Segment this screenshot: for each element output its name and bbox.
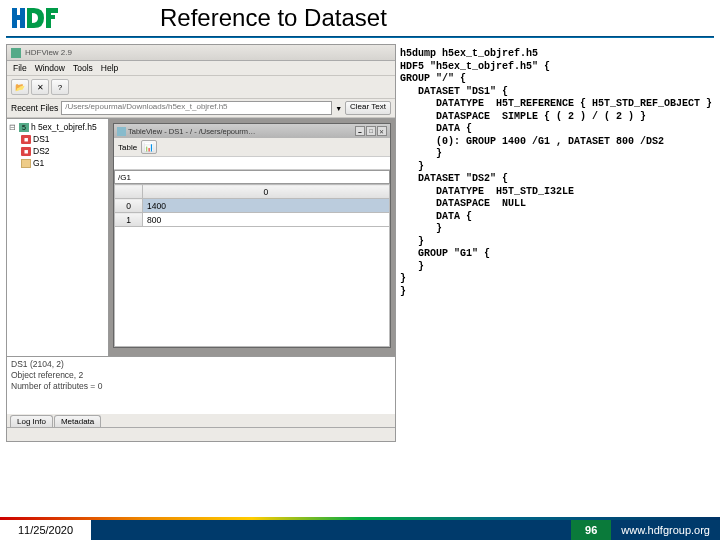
- folder-icon: 📂: [15, 83, 25, 92]
- dataset-icon: ■: [21, 147, 31, 156]
- table-row: 0 1400: [115, 199, 390, 213]
- tree-item-label: G1: [33, 158, 44, 168]
- data-table: 0 0 1400 1 800: [114, 184, 390, 227]
- tableview-toolbar: Table 📊: [114, 138, 390, 156]
- table-cell[interactable]: 800: [143, 213, 390, 227]
- svg-rect-5: [46, 8, 51, 28]
- table-cell[interactable]: 1400: [143, 199, 390, 213]
- help-button[interactable]: ?: [51, 79, 69, 95]
- close-button[interactable]: ✕: [31, 79, 49, 95]
- toolbar: 📂 ✕ ?: [7, 76, 395, 99]
- window-titlebar: HDFView 2.9: [7, 45, 395, 61]
- footer-spacer: [91, 520, 571, 540]
- file-icon: 5: [19, 123, 29, 132]
- maximize-button[interactable]: □: [366, 126, 376, 136]
- app-icon: [11, 48, 21, 58]
- h5dump-output: h5dump h5ex_t_objref.h5 HDF5 "h5ex_t_obj…: [398, 44, 714, 442]
- minimize-button[interactable]: ‒: [355, 126, 365, 136]
- info-line: Object reference, 2: [11, 370, 391, 381]
- footer-date: 11/25/2020: [0, 520, 91, 540]
- footer-page-number: 96: [571, 520, 611, 540]
- hdfview-body: ⊟ 5 h 5ex_t_objref.h5 ■ DS1 ■ DS2 G1: [7, 118, 395, 356]
- close-window-button[interactable]: ✕: [377, 126, 387, 136]
- table-menu[interactable]: Table: [118, 143, 137, 152]
- chart-button[interactable]: 📊: [141, 140, 157, 154]
- tab-metadata[interactable]: Metadata: [54, 415, 101, 427]
- info-line: Number of attributes = 0: [11, 381, 391, 392]
- tree-item-ds1[interactable]: ■ DS1: [9, 133, 106, 145]
- table-row: 1 800: [115, 213, 390, 227]
- window-title-text: HDFView 2.9: [25, 48, 72, 57]
- clear-text-button[interactable]: Clear Text: [345, 101, 391, 115]
- dropdown-icon[interactable]: ▼: [335, 105, 342, 112]
- open-button[interactable]: 📂: [11, 79, 29, 95]
- hdf-logo: [12, 4, 60, 32]
- tableview-titlebar: TableView - DS1 - / - /Users/epourm… ‒ □…: [114, 124, 390, 138]
- info-tabs: Log Info Metadata: [7, 414, 395, 427]
- tree-item-g1[interactable]: G1: [9, 157, 106, 169]
- info-panel: DS1 (2104, 2) Object reference, 2 Number…: [7, 356, 395, 414]
- row-header[interactable]: 1: [115, 213, 143, 227]
- recent-files-input[interactable]: /Users/epourmal/Downloads/h5ex_t_objref.…: [61, 101, 332, 115]
- tableview-window: TableView - DS1 - / - /Users/epourm… ‒ □…: [113, 123, 391, 348]
- recent-files-row: Recent Files /Users/epourmal/Downloads/h…: [7, 99, 395, 118]
- hdfview-window: HDFView 2.9 File Window Tools Help 📂 ✕ ?…: [6, 44, 396, 442]
- menu-window[interactable]: Window: [35, 63, 65, 73]
- slide-title: Reference to Dataset: [160, 4, 387, 32]
- table-empty-area: [114, 227, 390, 347]
- slide-content: HDFView 2.9 File Window Tools Help 📂 ✕ ?…: [0, 42, 720, 444]
- table-icon: [117, 127, 126, 136]
- hdf-logo-icon: [12, 4, 60, 32]
- dataset-icon: ■: [21, 135, 31, 144]
- slide-header: Reference to Dataset: [0, 0, 720, 36]
- close-icon: ✕: [37, 83, 44, 92]
- corner-cell: [115, 185, 143, 199]
- svg-rect-2: [12, 15, 25, 20]
- row-header[interactable]: 0: [115, 199, 143, 213]
- group-icon: [21, 159, 31, 168]
- tree-root[interactable]: ⊟ 5 h 5ex_t_objref.h5: [9, 121, 106, 133]
- help-icon: ?: [58, 83, 62, 92]
- menubar: File Window Tools Help: [7, 61, 395, 76]
- tree-panel: ⊟ 5 h 5ex_t_objref.h5 ■ DS1 ■ DS2 G1: [7, 119, 109, 356]
- recent-files-label: Recent Files: [11, 103, 58, 113]
- tree-item-label: DS1: [33, 134, 50, 144]
- menu-help[interactable]: Help: [101, 63, 118, 73]
- cell-value-display: /G1: [114, 170, 390, 184]
- menu-file[interactable]: File: [13, 63, 27, 73]
- info-line: DS1 (2104, 2): [11, 359, 391, 370]
- tree-item-ds2[interactable]: ■ DS2: [9, 145, 106, 157]
- footer-row: 11/25/2020 96 www.hdfgroup.org: [0, 520, 720, 540]
- column-header[interactable]: 0: [143, 185, 390, 199]
- slide-footer: 11/25/2020 96 www.hdfgroup.org: [0, 517, 720, 540]
- menu-tools[interactable]: Tools: [73, 63, 93, 73]
- collapse-icon[interactable]: ⊟: [9, 123, 17, 132]
- tree-root-label: h 5ex_t_objref.h5: [31, 122, 97, 132]
- tab-log-info[interactable]: Log Info: [10, 415, 53, 427]
- mdi-area: TableView - DS1 - / - /Users/epourm… ‒ □…: [109, 119, 395, 356]
- footer-url: www.hdfgroup.org: [611, 520, 720, 540]
- tableview-title-text: TableView - DS1 - / - /Users/epourm…: [128, 127, 255, 136]
- pagination-bar: [114, 156, 390, 170]
- status-bar: [7, 427, 395, 441]
- table-header-row: 0: [115, 185, 390, 199]
- chart-icon: 📊: [144, 143, 154, 152]
- header-divider: [6, 36, 714, 38]
- tree-item-label: DS2: [33, 146, 50, 156]
